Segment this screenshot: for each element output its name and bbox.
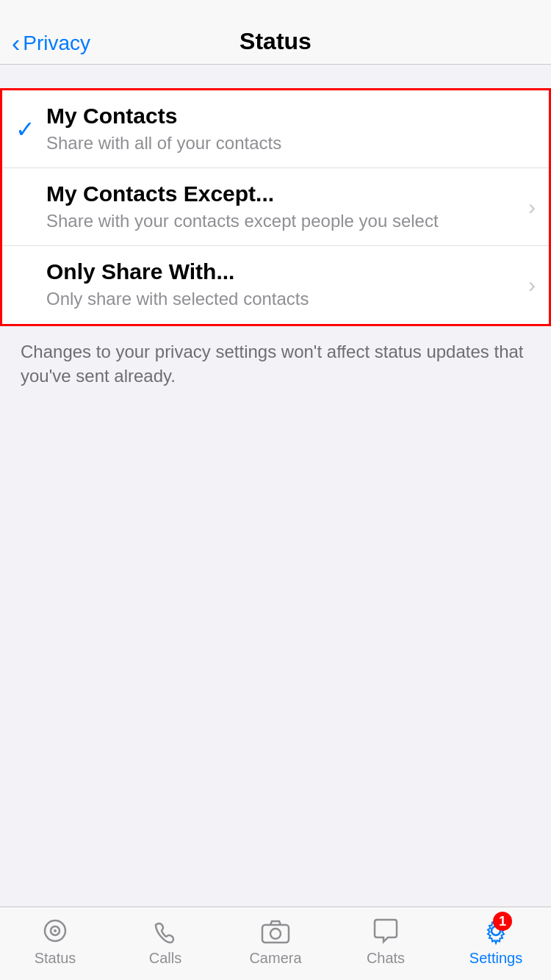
svg-point-4 bbox=[270, 929, 281, 939]
tab-camera[interactable]: Camera bbox=[220, 915, 331, 967]
chevron-right-icon: › bbox=[528, 273, 536, 298]
back-button[interactable]: ‹ Privacy bbox=[12, 32, 90, 55]
option-my-contacts-except[interactable]: My Contacts Except... Share with your co… bbox=[2, 167, 549, 245]
tab-calls-label: Calls bbox=[149, 950, 181, 967]
tab-status-label: Status bbox=[35, 950, 76, 967]
tab-camera-label: Camera bbox=[249, 950, 301, 967]
tab-calls[interactable]: Calls bbox=[110, 915, 220, 967]
tab-chats-label: Chats bbox=[367, 950, 405, 967]
back-label: Privacy bbox=[23, 32, 90, 55]
option-subtitle: Share with all of your contacts bbox=[46, 131, 534, 154]
back-chevron-icon: ‹ bbox=[12, 30, 20, 55]
calls-icon bbox=[146, 915, 184, 947]
svg-rect-3 bbox=[262, 925, 289, 943]
camera-icon bbox=[256, 915, 295, 947]
navigation-header: ‹ Privacy Status bbox=[0, 0, 551, 65]
settings-icon: 1 bbox=[477, 915, 515, 947]
option-subtitle: Share with your contacts except people y… bbox=[46, 209, 534, 232]
options-group: ✓ My Contacts Share with all of your con… bbox=[0, 88, 551, 326]
tab-settings-label: Settings bbox=[469, 950, 522, 967]
tab-settings[interactable]: 1 Settings bbox=[441, 915, 551, 967]
tab-status[interactable]: Status bbox=[0, 915, 110, 967]
settings-badge: 1 bbox=[493, 912, 512, 931]
chevron-right-icon: › bbox=[528, 195, 536, 220]
option-only-share-with[interactable]: Only Share With... Only share with selec… bbox=[2, 245, 549, 323]
option-title: My Contacts Except... bbox=[46, 181, 534, 206]
page-title: Status bbox=[240, 28, 311, 55]
tab-chats[interactable]: Chats bbox=[331, 915, 441, 967]
option-title: Only Share With... bbox=[46, 259, 534, 284]
content-area: ✓ My Contacts Share with all of your con… bbox=[0, 88, 551, 402]
status-icon bbox=[36, 915, 74, 947]
chats-icon bbox=[367, 915, 405, 947]
svg-point-2 bbox=[54, 929, 57, 932]
option-subtitle: Only share with selected contacts bbox=[46, 287, 534, 310]
option-my-contacts[interactable]: ✓ My Contacts Share with all of your con… bbox=[2, 90, 549, 167]
checkmark-icon: ✓ bbox=[15, 115, 35, 143]
option-title: My Contacts bbox=[46, 104, 534, 129]
info-text: Changes to your privacy settings won't a… bbox=[0, 326, 551, 402]
tab-bar: Status Calls Camera Chats bbox=[0, 907, 551, 980]
